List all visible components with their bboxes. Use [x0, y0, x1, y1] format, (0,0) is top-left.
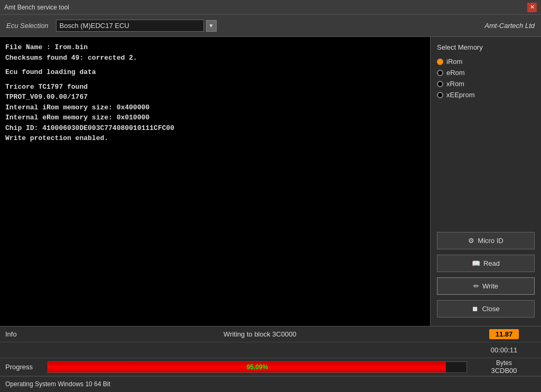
- radio-item-xeeprom[interactable]: xEEprom: [437, 91, 535, 99]
- close-window-button[interactable]: ✕: [527, 3, 537, 12]
- progress-label: Progress: [5, 363, 48, 371]
- bottom-area: Info Writing to block 3C0000 11.87 00:00…: [0, 326, 541, 392]
- radio-circle-erom: [437, 70, 443, 76]
- radio-label-xeeprom: xEEprom: [446, 91, 474, 99]
- app-title: Amt Bench service tool: [4, 4, 69, 11]
- bytes-value: 3CDB00: [472, 367, 536, 375]
- speed-badge: 11.87: [489, 329, 519, 339]
- time-row: 00:00:11: [0, 342, 541, 358]
- ecu-dropdown[interactable]: Bosch (M)EDC17 ECU: [56, 20, 204, 32]
- radio-circle-xeeprom: [437, 92, 443, 98]
- micro-id-button[interactable]: ⚙Micro ID: [437, 232, 535, 249]
- info-row: Info Writing to block 3C0000 11.87: [0, 326, 541, 342]
- company-name: Amt-Cartech Ltd: [484, 22, 535, 30]
- radio-circle-irom: [437, 59, 443, 65]
- ecu-dropdown-arrow-icon[interactable]: ▼: [206, 20, 217, 32]
- radio-circle-xrom: [437, 81, 443, 87]
- bytes-section: Bytes 3CDB00: [472, 359, 536, 375]
- radio-item-erom[interactable]: eRom: [437, 69, 535, 77]
- console-area: File Name : Irom.binChecksums found 49: …: [0, 37, 430, 326]
- write-icon: ✏: [473, 282, 479, 290]
- radio-label-erom: eRom: [446, 69, 465, 77]
- radio-label-irom: iRom: [446, 58, 462, 66]
- progress-percent: 95.09%: [247, 363, 268, 371]
- elapsed-time: 00:00:11: [491, 346, 518, 354]
- os-bar: Operating System Windows 10 64 Bit: [0, 376, 541, 391]
- read-icon: 📖: [472, 259, 480, 267]
- time-right: 00:00:11: [472, 346, 536, 354]
- writing-status: Writing to block 3C0000: [48, 330, 472, 338]
- title-bar: Amt Bench service tool ✕: [0, 0, 541, 15]
- read-button[interactable]: 📖Read: [437, 255, 535, 272]
- close-button[interactable]: ⏹Close: [437, 300, 535, 318]
- speed-section: 11.87: [472, 329, 536, 339]
- progress-bar-wrapper: 95.09%: [48, 361, 467, 373]
- bytes-label: Bytes: [472, 359, 536, 367]
- radio-item-xrom[interactable]: xRom: [437, 80, 535, 88]
- radio-item-irom[interactable]: iRom: [437, 58, 535, 66]
- progress-row: Progress 95.09% Bytes 3CDB00: [0, 358, 541, 376]
- memory-radio-group: iRomeRomxRomxEEprom: [437, 58, 535, 99]
- micro-id-icon: ⚙: [468, 237, 474, 245]
- ecu-bar: Ecu Selection Bosch (M)EDC17 ECU ▼ Amt-C…: [0, 15, 541, 37]
- os-text: Operating System Windows 10 64 Bit: [5, 380, 110, 388]
- read-label: Read: [483, 259, 500, 267]
- write-label: Write: [482, 282, 498, 290]
- info-label: Info: [5, 330, 48, 338]
- radio-label-xrom: xRom: [446, 80, 464, 88]
- select-memory-title: Select Memory: [437, 43, 535, 51]
- ecu-selection-area: Ecu Selection Bosch (M)EDC17 ECU ▼: [6, 20, 217, 32]
- close-label: Close: [482, 305, 499, 313]
- ecu-label: Ecu Selection: [6, 22, 49, 30]
- micro-id-label: Micro ID: [478, 237, 503, 245]
- close-icon: ⏹: [472, 305, 479, 313]
- write-button[interactable]: ✏Write: [437, 277, 535, 295]
- main-content: File Name : Irom.binChecksums found 49: …: [0, 37, 541, 326]
- right-panel: Select Memory iRomeRomxRomxEEprom ⚙Micro…: [430, 37, 541, 326]
